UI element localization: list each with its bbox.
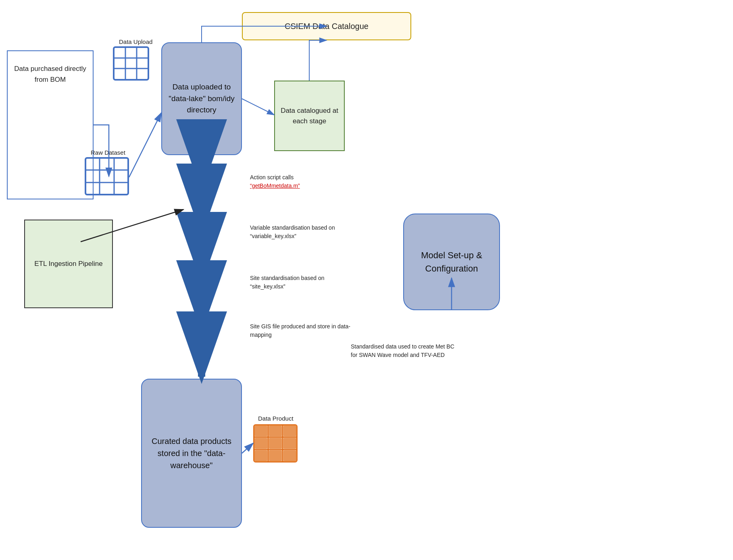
data-uploaded-text: Data uploaded to "data-lake" bom/idy dir… — [168, 81, 235, 116]
diagram-container: CSIEM Data Catalogue Data Upload Data pu… — [0, 0, 733, 560]
data-product-label: Data Product — [258, 415, 294, 422]
model-setup-box: Model Set-up & Configuration — [403, 214, 500, 310]
data-purchased-box: Data purchased directly from BOM — [7, 50, 94, 199]
action-script-text: Action script calls “getBoMmetdata.m” — [250, 173, 343, 190]
svg-rect-18 — [283, 426, 296, 436]
svg-rect-22 — [255, 450, 267, 461]
curated-box: Curated data products stored in the "dat… — [141, 379, 242, 528]
svg-rect-23 — [269, 450, 282, 461]
data-purchased-text: Data purchased directly from BOM — [14, 63, 87, 85]
data-uploaded-box: Data uploaded to "data-lake" bom/idy dir… — [161, 42, 242, 155]
site-std-text: Site standardisation based on “site_key.… — [250, 274, 343, 291]
csiem-catalogue-box: CSIEM Data Catalogue — [242, 12, 411, 40]
svg-rect-0 — [114, 47, 148, 80]
variable-std-text: Variable standardisation based on “varia… — [250, 224, 343, 241]
svg-rect-5 — [85, 158, 128, 195]
svg-rect-19 — [255, 438, 267, 449]
action-script-link: “getBoMmetdata.m” — [250, 183, 300, 189]
data-upload-icon — [113, 46, 149, 81]
site-gis-text: Site GIS file produced and store in data… — [250, 322, 351, 339]
csiem-title: CSIEM Data Catalogue — [285, 22, 369, 31]
svg-line-35 — [242, 443, 253, 453]
data-upload-label: Data Upload — [119, 38, 152, 45]
svg-rect-21 — [283, 438, 296, 449]
standardised-text: Standardised data used to create Met BC … — [351, 342, 456, 359]
curated-text: Curated data products stored in the "dat… — [148, 435, 235, 471]
raw-dataset-label: Raw Dataset — [91, 149, 125, 156]
etl-box: ETL Ingestion Pipeline — [24, 220, 113, 308]
svg-line-28 — [242, 99, 274, 115]
svg-rect-16 — [255, 426, 267, 436]
data-catalogued-text: Data catalogued at each stage — [279, 106, 340, 126]
svg-rect-17 — [269, 426, 282, 436]
data-catalogued-box: Data catalogued at each stage — [274, 81, 345, 151]
data-product-icon — [253, 424, 298, 463]
raw-dataset-icon — [85, 157, 129, 195]
etl-text: ETL Ingestion Pipeline — [34, 258, 102, 269]
model-setup-text: Model Set-up & Configuration — [410, 249, 493, 275]
svg-rect-24 — [283, 450, 296, 461]
svg-rect-20 — [269, 438, 282, 449]
